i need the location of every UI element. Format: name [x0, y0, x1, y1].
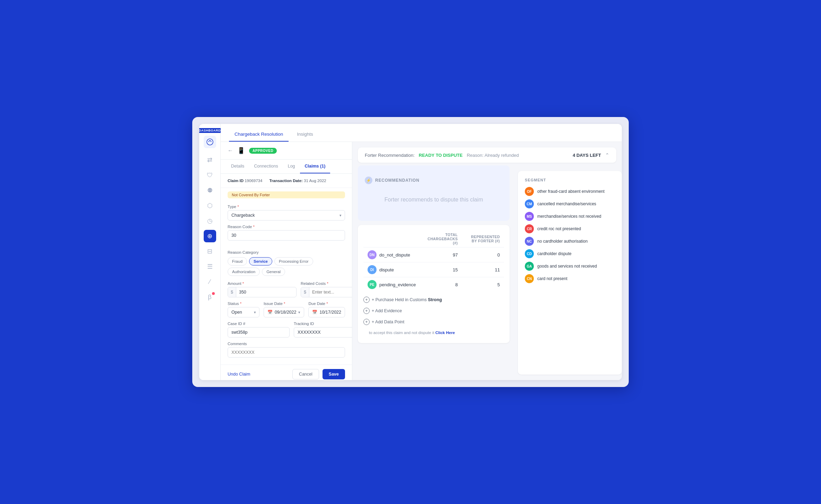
status-label: Status * [228, 302, 259, 306]
footer-buttons: Cancel Save [292, 369, 345, 379]
comments-input[interactable] [228, 347, 345, 358]
seg-badge-cm: CM [525, 199, 534, 208]
purchase-held-btn[interactable]: + + Purchase Held in Customs Strong [363, 295, 504, 304]
related-costs-label: Related Costs * [301, 281, 352, 286]
pe-badge: PE [368, 280, 377, 289]
beta-badge-dot [212, 292, 215, 295]
sub-tab-connections[interactable]: Connections [249, 160, 283, 173]
left-panel: ← 📱 APPROVED Details Connections Log Cla… [221, 142, 352, 380]
seg-badge-ga: GA [525, 262, 534, 271]
outer-wrapper: DASHBOARD ⇄ 🛡 ⚉ ⬡ ◷ ⊕ ⊟ ☰ ∕ β C [192, 117, 629, 387]
issue-date-group: Issue Date * 📅 09/18/2022 ▾ [264, 302, 304, 317]
type-select[interactable]: Chargeback [228, 210, 345, 220]
plus-circle-icon: + [363, 297, 370, 303]
chargebacks-table: TOTAL CHARGEBACKS (#) REPRESENTED BY FOR… [363, 231, 504, 292]
reason-tab-fraud[interactable]: Fraud [228, 257, 247, 266]
reason-tab-processing[interactable]: Processing Error [274, 257, 313, 266]
reason-tab-authorization[interactable]: Authorization [228, 268, 260, 276]
users-icon[interactable]: ⚉ [204, 184, 216, 197]
forter-banner: Forter Recommendation: READY TO DISPUTE … [358, 147, 616, 163]
amount-input[interactable] [236, 287, 296, 297]
seg-badge-of: OF [525, 187, 534, 196]
seg-label-cm: cancelled merchandise/services [537, 201, 596, 206]
content-area: ← 📱 APPROVED Details Connections Log Cla… [221, 142, 622, 380]
status-select-wrap: Open [228, 307, 259, 317]
search-active-icon[interactable]: ⊕ [204, 230, 216, 242]
seg-label-cd: cardholder dispute [537, 251, 572, 256]
add-evidence-btn[interactable]: + + Add Evidence [363, 306, 504, 315]
add-evidence-plus-icon: + [363, 308, 370, 314]
cube-icon[interactable]: ⬡ [204, 199, 216, 212]
purchase-held-label: + Purchase Held in Customs Strong [372, 297, 442, 302]
nav-arrows-icon[interactable]: ⇄ [204, 154, 216, 166]
pe-total: 8 [420, 277, 462, 292]
reason-tab-general[interactable]: General [262, 268, 285, 276]
right-main: ⚡ RECOMMENDATION Forter recommends to di… [352, 165, 515, 380]
seg-badge-cn: CN [525, 274, 534, 283]
form-footer: Undo Claim Cancel Save [221, 364, 352, 380]
chart-icon[interactable]: ∕ [204, 276, 216, 288]
dashboard-badge: DASHBOARD [199, 128, 222, 133]
seg-label-ms: merchandise/services not received [537, 214, 601, 219]
dn-represented: 0 [462, 248, 504, 262]
click-here-link[interactable]: Click Here [435, 331, 455, 335]
sub-tab-details[interactable]: Details [226, 160, 249, 173]
seg-label-cn: card not present [537, 276, 567, 281]
case-id-input[interactable] [228, 327, 290, 338]
comments-label: Comments [228, 342, 345, 346]
reason-category-label: Reason Category [228, 250, 345, 254]
tracking-id-input[interactable] [294, 327, 352, 338]
forter-reason: Reason: Already refunded [467, 153, 568, 158]
cancel-button[interactable]: Cancel [292, 369, 319, 379]
back-button[interactable]: ← [228, 147, 233, 154]
due-date-input[interactable]: 📅 10/17/2022 [308, 307, 345, 317]
segment-item: CD cardholder dispute [525, 249, 615, 258]
tab-insights[interactable]: Insights [291, 127, 319, 142]
col-header-represented: REPRESENTED BY FORTER (#) [462, 231, 504, 248]
not-covered-badge: Not Covered By Forter [228, 191, 345, 198]
tab-chargeback-resolution[interactable]: Chargeback Resolution [229, 127, 289, 142]
expand-icon[interactable]: ⌃ [605, 152, 609, 158]
beta-icon[interactable]: β [204, 291, 216, 303]
table-cell: DN do_not_dispute [363, 248, 420, 262]
type-label: Type * [228, 205, 345, 209]
seg-label-ga: goods and services not received [537, 264, 597, 269]
seg-badge-ms: MS [525, 212, 534, 221]
reason-tab-service[interactable]: Service [249, 257, 272, 266]
related-costs-group: Related Costs * $ [301, 281, 352, 297]
clock-icon[interactable]: ◷ [204, 215, 216, 227]
type-select-wrap: Chargeback [228, 210, 345, 220]
sub-tab-log[interactable]: Log [283, 160, 300, 173]
seg-badge-nc: NC [525, 237, 534, 246]
app-container: DASHBOARD ⇄ 🛡 ⚉ ⬡ ◷ ⊕ ⊟ ☰ ∕ β C [199, 124, 622, 380]
segment-item: NC no cardholder authorisation [525, 237, 615, 246]
amount-section: Amount * $ Related Costs * [221, 279, 352, 364]
issue-date-chevron: ▾ [298, 310, 300, 315]
save-button[interactable]: Save [323, 369, 345, 379]
add-data-point-btn[interactable]: + + Add Data Point [363, 317, 504, 326]
calendar-icon: 📅 [267, 310, 273, 315]
main-content: Chargeback Resolution Insights ← 📱 APPRO… [221, 124, 622, 380]
issue-date-input[interactable]: 📅 09/18/2022 ▾ [264, 307, 304, 317]
dn-label: do_not_dispute [379, 252, 410, 258]
segment-item: CM cancelled merchandise/services [525, 199, 615, 208]
accept-text: to accept this claim and not dispute it … [363, 328, 504, 338]
reason-code-label: Reason Code * [228, 225, 345, 229]
purchase-strength: Strong [428, 297, 442, 302]
sub-tab-claims[interactable]: Claims (1) [300, 160, 330, 173]
segment-item: OF other fraud-card absent environment [525, 187, 615, 196]
reason-code-input[interactable] [228, 230, 345, 241]
forter-label: Forter Recommendation: [365, 153, 415, 158]
case-id-label: Case ID # [228, 322, 290, 326]
approved-badge: APPROVED [249, 148, 277, 154]
shield-icon[interactable]: 🛡 [204, 169, 216, 181]
related-costs-input[interactable] [309, 287, 352, 297]
status-select[interactable]: Open [228, 307, 259, 317]
reason-category-section: Reason Category Fraud Service Processing… [221, 248, 352, 279]
file-icon[interactable]: ⊟ [204, 245, 216, 258]
doc-icon[interactable]: ☰ [204, 260, 216, 273]
undo-claim-button[interactable]: Undo Claim [228, 372, 250, 377]
claim-info: Claim ID 19069734 Transaction Date: 31 A… [221, 174, 352, 188]
segment-item: CR credit roc not presented [525, 224, 615, 233]
claim-id-label: Claim ID 19069734 [228, 179, 262, 183]
